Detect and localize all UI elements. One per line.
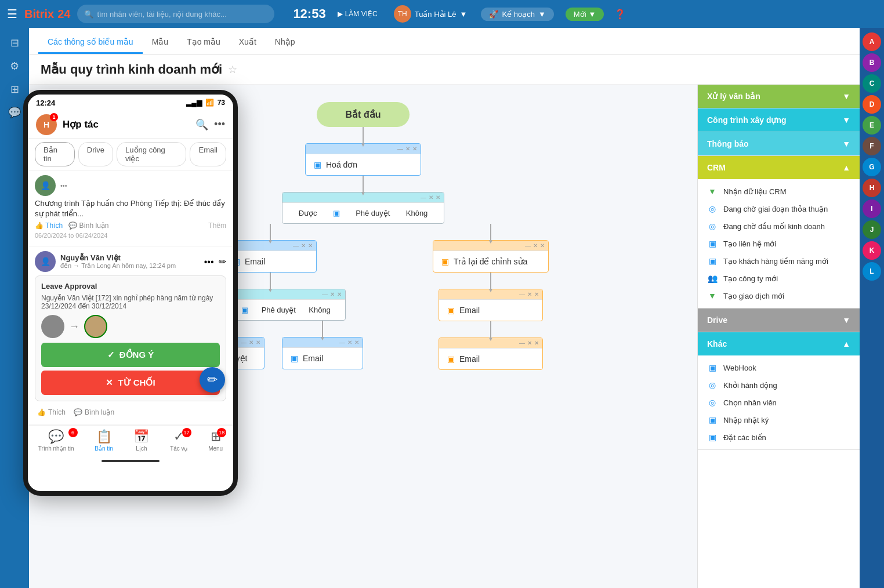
mobile-tab-email[interactable]: Email xyxy=(190,142,226,166)
right-avatar-7[interactable]: G xyxy=(863,158,881,176)
e4o-min-icon[interactable]: — xyxy=(519,340,525,346)
mobile-nav-trinh-nhan-tin[interactable]: 💬 Trình nhận tin 6 xyxy=(38,429,74,452)
wf-node-email1[interactable]: — ✕ ✕ ▣ Email xyxy=(224,240,317,273)
right-avatar-9[interactable]: I xyxy=(863,199,881,218)
dp-min-icon[interactable]: — xyxy=(241,339,247,346)
feed-bottom-comment-btn[interactable]: 💬 Bình luận xyxy=(74,408,114,416)
sidebar-icon-filter[interactable]: ⚙ xyxy=(3,56,26,77)
sidebar-icon-dashboard[interactable]: ⊟ xyxy=(3,32,26,53)
search-bar[interactable]: 🔍 tìm nhân viên, tài liệu, nội dung khác… xyxy=(77,5,274,23)
mobile-nav-menu[interactable]: ⊞ Menu 18 xyxy=(208,429,223,452)
e2o-close-icon[interactable]: ✕ xyxy=(534,291,539,297)
e3-close-icon[interactable]: ✕ xyxy=(354,339,359,346)
mobile-nav-tac-vu[interactable]: ✓ Tác vụ 17 xyxy=(170,429,187,452)
e2o-min-icon[interactable]: — xyxy=(519,291,525,297)
rp-item-dat-bien[interactable]: ▣ Đặt các biến xyxy=(698,429,860,446)
tab-xuat[interactable]: Xuất xyxy=(230,31,266,54)
right-avatar-2[interactable]: B xyxy=(863,53,881,72)
mobile-nav-lich[interactable]: 📅 Lịch xyxy=(133,429,149,452)
sidebar-icon-chat[interactable]: 💬 xyxy=(3,102,26,123)
rp-item-dang-cho-gd[interactable]: ◎ Đang chờ giai đoạn thỏa thuận xyxy=(698,200,860,217)
e4o-close-icon[interactable]: ✕ xyxy=(534,340,539,346)
feed-2-more-icon[interactable]: ••• xyxy=(204,257,214,267)
rp-item-tao-gd[interactable]: ▼ Tạo giao dịch mới xyxy=(698,287,860,304)
wf-node-email3[interactable]: — ✕ ✕ ▣ Email xyxy=(282,337,363,369)
tl-close-icon[interactable]: ✕ xyxy=(540,242,545,249)
feed-comment-btn-1[interactable]: 💬 Bình luận xyxy=(68,222,108,230)
e1-set-icon[interactable]: ✕ xyxy=(301,242,306,249)
new-button[interactable]: Mới ▼ xyxy=(566,8,604,21)
sidebar-icon-grid[interactable]: ⊞ xyxy=(3,79,26,100)
settings-icon[interactable]: ✕ xyxy=(405,146,410,152)
rp-item-chon-nv[interactable]: ◎ Chọn nhân viên xyxy=(698,394,860,411)
mobile-user-avatar[interactable]: H 1 xyxy=(36,114,57,135)
rp-item-tao-kh[interactable]: ▣ Tạo khách hàng tiềm năng mới xyxy=(698,252,860,270)
e2o-set-icon[interactable]: ✕ xyxy=(527,291,532,297)
feed-bottom-like-btn[interactable]: 👍 Thích xyxy=(37,408,66,416)
mobile-tab-drive[interactable]: Drive xyxy=(78,142,113,166)
plan-button[interactable]: 🚀 Kế hoạch ▼ xyxy=(481,8,553,21)
work-status[interactable]: ▶ LÀM VIỆC xyxy=(338,10,378,18)
b2-set-icon[interactable]: ✕ xyxy=(330,291,335,297)
hamburger-icon[interactable]: ☰ xyxy=(7,7,17,21)
tab-thong-so-bieu-mau[interactable]: Các thông số biểu mẫu xyxy=(38,31,143,54)
e1-close-icon[interactable]: ✕ xyxy=(308,242,313,249)
rp-header-khac[interactable]: Khác ▲ xyxy=(698,332,860,355)
e3-min-icon[interactable]: — xyxy=(339,339,345,346)
right-avatar-12[interactable]: L xyxy=(863,262,881,281)
rp-item-khoi-hd[interactable]: ◎ Khởi hành động xyxy=(698,376,860,394)
tl-set-icon[interactable]: ✕ xyxy=(533,242,538,249)
tab-tao-mau[interactable]: Tạo mẫu xyxy=(177,31,230,54)
tab-nhap[interactable]: Nhập xyxy=(266,31,305,54)
favorite-star-icon[interactable]: ☆ xyxy=(228,63,237,76)
wf-branch-1[interactable]: — ✕ ✕ Được ▣ Phê duyệt Không xyxy=(282,192,444,224)
approve-button[interactable]: ✓ ĐỒNG Ý xyxy=(41,343,220,367)
mobile-nav-ban-tin[interactable]: 📋 Bản tin xyxy=(95,429,113,452)
rp-header-crm[interactable]: CRM ▲ xyxy=(698,156,860,179)
right-avatar-11[interactable]: K xyxy=(863,241,881,260)
e1-min-icon[interactable]: — xyxy=(293,242,299,249)
right-avatar-4[interactable]: D xyxy=(863,95,881,114)
help-button[interactable]: ❓ xyxy=(614,9,626,20)
dp-set-icon[interactable]: ✕ xyxy=(249,339,253,346)
mobile-tab-luongcv[interactable]: Luồng công việc xyxy=(117,142,186,166)
b2-close-icon[interactable]: ✕ xyxy=(337,291,342,297)
rp-item-nhan-du-lieu[interactable]: ▼ Nhận dữ liệu CRM xyxy=(698,183,860,200)
right-avatar-5[interactable]: E xyxy=(863,116,881,135)
e3-set-icon[interactable]: ✕ xyxy=(347,339,352,346)
user-profile[interactable]: TH Tuấn Hải Lê ▼ xyxy=(394,5,468,23)
b1-close-icon[interactable]: ✕ xyxy=(436,194,440,201)
b1-settings-icon[interactable]: ✕ xyxy=(429,194,433,201)
rp-header-xulyvb[interactable]: Xử lý văn bản ▼ xyxy=(698,85,860,108)
rp-item-tao-lh[interactable]: ▣ Tạo liên hệ mới xyxy=(698,235,860,252)
wf-start-node[interactable]: Bắt đầu xyxy=(317,102,410,127)
rp-item-dang-cho-dm[interactable]: ◎ Đang chờ đầu mối kinh doanh xyxy=(698,217,860,235)
user-dropdown-icon[interactable]: ▼ xyxy=(460,10,468,19)
right-avatar-8[interactable]: H xyxy=(863,179,881,197)
rp-item-tao-ct[interactable]: 👥 Tạo công ty mới xyxy=(698,270,860,287)
dp-close-icon[interactable]: ✕ xyxy=(256,339,260,346)
right-avatar-6[interactable]: F xyxy=(863,137,881,155)
rp-header-thongbao[interactable]: Thông báo ▼ xyxy=(698,132,860,155)
b1-minimize-icon[interactable]: — xyxy=(421,194,426,201)
mobile-tab-bantin[interactable]: Bản tin xyxy=(35,142,75,166)
rp-item-nhap-nk[interactable]: ▣ Nhập nhật ký xyxy=(698,411,860,429)
feed-3dot-1[interactable]: ••• xyxy=(60,182,67,189)
mobile-search-icon[interactable]: 🔍 xyxy=(195,118,208,131)
tab-mau[interactable]: Mẫu xyxy=(143,31,177,54)
close-icon[interactable]: ✕ xyxy=(412,146,417,152)
rp-item-webhook[interactable]: ▣ WebHook xyxy=(698,359,860,376)
rp-header-congtrinh[interactable]: Công trình xây dựng ▼ xyxy=(698,108,860,132)
feed-2-edit-icon[interactable]: ✏ xyxy=(219,257,226,267)
feed-like-btn-1[interactable]: 👍 Thích xyxy=(35,222,63,230)
minimize-icon[interactable]: — xyxy=(397,146,403,152)
b2-min-icon[interactable]: — xyxy=(322,291,328,297)
wf-node-tralai[interactable]: — ✕ ✕ ▣ Trả lại để chỉnh sửa xyxy=(433,240,549,273)
rp-header-drive[interactable]: Drive ▼ xyxy=(698,308,860,332)
reject-button[interactable]: ✕ TỪ CHỐI xyxy=(41,371,220,395)
mobile-feed[interactable]: 👤 ••• Chương trình Tập huấn cho Phòng Ti… xyxy=(28,170,233,425)
wf-node-email4-orange[interactable]: — ✕ ✕ ▣ Email xyxy=(439,337,543,370)
wf-node-email2-orange[interactable]: — ✕ ✕ ▣ Email xyxy=(439,289,543,321)
wf-node-hoadon[interactable]: — ✕ ✕ ▣ Hoá đơn xyxy=(305,143,421,176)
mobile-more-icon[interactable]: ••• xyxy=(214,118,225,131)
